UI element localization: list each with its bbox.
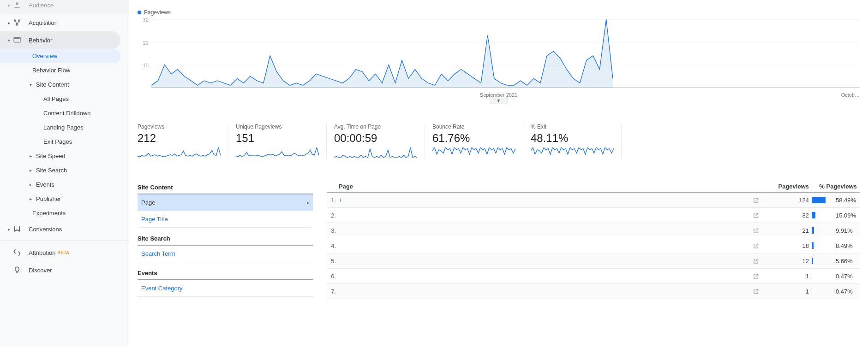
main-content: Pageviews 30 20 10 September 2021 Octob…… (129, 0, 868, 347)
row-index: 1. (327, 197, 336, 204)
dimension-search-term[interactable]: Search Term (138, 246, 313, 262)
caret-down-icon: ▾ (30, 82, 34, 87)
sidebar-sub-landing-pages[interactable]: Landing Pages (0, 120, 129, 135)
sidebar-sub-behavior-flow[interactable]: Behavior Flow (0, 63, 129, 77)
sidebar-sub-events[interactable]: ▸Events (0, 177, 129, 192)
caret-right-icon: ▸ (307, 200, 309, 205)
dimension-page[interactable]: Page▸ (138, 194, 313, 211)
caret-right-icon: ▸ (30, 182, 34, 187)
y-tick: 20 (143, 40, 149, 46)
table-row[interactable]: 2. 32 15.09% (327, 208, 860, 223)
sidebar-sub-overview[interactable]: Overview (0, 49, 120, 63)
metric-card[interactable]: Avg. Time on Page 00:00:59 (327, 124, 425, 159)
metric-label: Unique Pageviews (236, 124, 319, 130)
dimension-page-title[interactable]: Page Title (138, 211, 313, 228)
th-page[interactable]: Page (327, 183, 763, 190)
sidebar-sub-experiments[interactable]: Experiments (0, 206, 129, 220)
discover-icon (12, 266, 22, 274)
metric-label: Bounce Rate (432, 124, 515, 130)
baseline (151, 88, 860, 88)
sidebar-sub-site-search[interactable]: ▸Site Search (0, 163, 129, 177)
chart-svg (151, 19, 613, 88)
sidebar-item-discover[interactable]: ▸ Discover (0, 261, 129, 279)
sidebar-sub-site-content[interactable]: ▾Site Content (0, 77, 129, 92)
row-bar (809, 258, 836, 264)
row-pageviews: 124 (763, 197, 809, 204)
row-pct: 5.66% (836, 258, 860, 265)
open-link-icon[interactable] (749, 196, 763, 204)
row-pageviews: 12 (763, 258, 809, 265)
caret-right-icon: ▸ (30, 153, 34, 159)
sidebar-sub-site-speed[interactable]: ▸Site Speed (0, 149, 129, 163)
table-row[interactable]: 1. / 124 58.49% (327, 193, 860, 208)
row-index: 6. (327, 273, 336, 280)
metric-label: % Exit (531, 124, 614, 130)
open-link-icon[interactable] (749, 227, 763, 234)
panel-heading-events: Events (138, 267, 313, 280)
y-tick: 10 (143, 63, 149, 68)
main-chart[interactable]: 30 20 10 September 2021 Octob… ▼ (138, 19, 860, 98)
sidebar-label: Attribution (29, 249, 56, 256)
divider (0, 241, 129, 241)
sidebar-item-behavior[interactable]: ▾ Behavior (0, 31, 120, 49)
sidebar-sub-publisher[interactable]: ▸Publisher (0, 192, 129, 206)
metric-value: 48.11% (531, 132, 614, 145)
metric-value: 151 (236, 132, 319, 145)
legend-label: Pageviews (144, 9, 171, 16)
metric-value: 61.76% (432, 132, 515, 145)
x-axis-label-end: Octob… (841, 92, 860, 98)
panel-heading-site-content: Site Content (138, 181, 313, 194)
row-pageviews: 1 (763, 273, 809, 280)
sparkline (432, 147, 515, 158)
row-index: 3. (327, 227, 336, 234)
y-axis: 30 20 10 (138, 19, 151, 88)
open-link-icon[interactable] (749, 242, 763, 249)
row-path[interactable]: / (336, 197, 749, 204)
th-pageviews[interactable]: Pageviews (763, 183, 809, 190)
sidebar-item-audience[interactable]: ▸ Audience (0, 0, 129, 14)
legend-dot-icon (138, 11, 141, 14)
table-row[interactable]: 3. 21 9.91% (327, 223, 860, 238)
sidebar-item-conversions[interactable]: ▸ Conversions (0, 220, 129, 238)
table-row[interactable]: 4. 18 8.49% (327, 238, 860, 253)
caret-down-icon: ▾ (6, 38, 11, 43)
acquisition-icon (12, 18, 22, 27)
svg-point-0 (16, 2, 18, 5)
sidebar-sub-all-pages[interactable]: All Pages (0, 92, 129, 106)
pages-table: Page Pageviews % Pageviews 1. / 124 58.4… (327, 181, 860, 299)
table-header: Page Pageviews % Pageviews (327, 181, 860, 193)
sidebar: ▸ Audience ▸ Acquisition ▾ Behavior Over… (0, 0, 129, 347)
sidebar-sub-content-drilldown[interactable]: Content Drilldown (0, 106, 129, 120)
th-pct-pageviews[interactable]: % Pageviews (809, 183, 860, 190)
sidebar-label: Conversions (29, 226, 62, 233)
table-row[interactable]: 5. 12 5.66% (327, 253, 860, 269)
open-link-icon[interactable] (749, 257, 763, 265)
row-bar (809, 242, 836, 249)
row-pageviews: 32 (763, 212, 809, 219)
table-row[interactable]: 7. 1 0.47% (327, 284, 860, 299)
caret-right-icon: ▸ (6, 227, 11, 232)
open-link-icon[interactable] (749, 272, 763, 280)
metric-card[interactable]: Unique Pageviews 151 (228, 124, 327, 159)
behavior-icon (12, 36, 22, 44)
sidebar-label: Discover (29, 267, 52, 274)
metric-label: Pageviews (138, 124, 221, 130)
caret-right-icon: ▸ (30, 168, 34, 173)
sidebar-item-acquisition[interactable]: ▸ Acquisition (0, 14, 129, 31)
table-row[interactable]: 6. 1 0.47% (327, 269, 860, 284)
row-pct: 0.47% (836, 273, 860, 280)
dimension-event-category[interactable]: Event Category (138, 280, 313, 297)
open-link-icon[interactable] (749, 212, 763, 219)
caret-right-icon: ▸ (6, 3, 11, 8)
audience-icon (12, 1, 22, 9)
row-index: 4. (327, 242, 336, 249)
metric-card[interactable]: Bounce Rate 61.76% (425, 124, 523, 159)
metric-card[interactable]: % Exit 48.11% (523, 124, 622, 159)
sidebar-sub-exit-pages[interactable]: Exit Pages (0, 135, 129, 149)
sidebar-item-attribution[interactable]: ▸ Attribution BETA (0, 244, 129, 261)
chart-expand-handle[interactable]: ▼ (490, 97, 508, 104)
row-index: 5. (327, 258, 336, 265)
row-index: 2. (327, 212, 336, 219)
metric-card[interactable]: Pageviews 212 (138, 124, 228, 159)
open-link-icon[interactable] (749, 288, 763, 295)
